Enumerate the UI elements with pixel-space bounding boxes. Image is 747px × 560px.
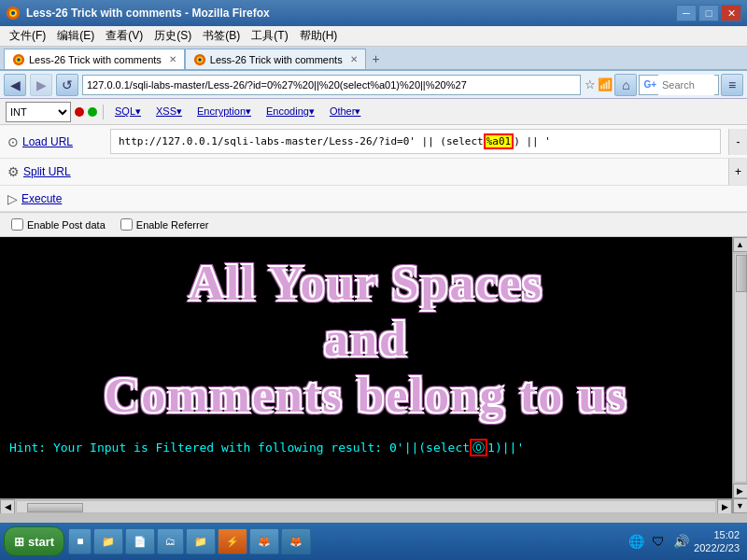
type-select[interactable]: INT GET POST (6, 102, 71, 122)
back-button[interactable]: ◀ (4, 74, 26, 96)
address-input[interactable] (82, 75, 581, 95)
post-data-checkbox[interactable] (11, 218, 23, 231)
search-input[interactable] (658, 75, 714, 95)
start-label: start (28, 535, 54, 549)
window-title: Less-26 Trick with comments - Mozilla Fi… (26, 7, 270, 20)
encryption-menu[interactable]: Encryption▾ (191, 102, 257, 122)
taskbar-app-firefox[interactable]: 🦊 (249, 528, 279, 554)
menu-edit[interactable]: 编辑(E) (51, 26, 100, 46)
referrer-checkbox[interactable] (120, 218, 133, 231)
rss-icon: 📶 (598, 77, 613, 91)
google-g: G+ (643, 79, 656, 90)
tab-favicon-1 (193, 53, 206, 66)
execute-icon: ▷ (7, 191, 18, 206)
scroll-down-button[interactable]: ▼ (733, 498, 748, 513)
post-data-text: Enable Post data (27, 219, 106, 231)
load-url-label[interactable]: Load URL (22, 135, 73, 148)
execute-label[interactable]: Execute (21, 192, 62, 205)
green-dot (88, 107, 97, 117)
url-input-container: http://127.0.0.1/sqli-labs-master/Less-2… (103, 125, 728, 158)
svg-point-5 (17, 58, 21, 62)
execute-input-col (103, 197, 747, 201)
vertical-scrollbar: ▲ ▶ ▼ (732, 237, 747, 513)
taskbar-app-folder2[interactable]: 📁 (186, 528, 216, 554)
menu-file[interactable]: 文件(F) (4, 26, 51, 46)
taskbar-app-cmd[interactable]: ■ (68, 528, 92, 554)
options-row: Enable Post data Enable Referrer (0, 213, 747, 237)
load-url-icon: ⊙ (7, 134, 19, 149)
menu-bar: 文件(F) 编辑(E) 查看(V) 历史(S) 书签(B) 工具(T) 帮助(H… (0, 26, 747, 47)
menu-view[interactable]: 查看(V) (100, 26, 148, 46)
url-highlighted-part: %a01 (484, 133, 514, 149)
split-url-icon: ⚙ (7, 164, 20, 179)
url-display: http://127.0.0.1/sqli-labs-master/Less-2… (110, 129, 721, 154)
title-bar: Less-26 Trick with comments - Mozilla Fi… (0, 0, 747, 26)
tray-time-text: 15:02 (694, 528, 740, 541)
forward-button[interactable]: ▶ (30, 74, 52, 96)
scroll-up-button[interactable]: ▲ (733, 237, 748, 252)
tab-0[interactable]: Less-26 Trick with comments ✕ (4, 49, 185, 69)
hint-suffix: 1)||' (487, 441, 524, 455)
address-bar: ◀ ▶ ↺ ☆ 📶 ⌂ G+ ≡ (0, 71, 747, 99)
sqlmap-toolbar: INT GET POST SQL▾ XSS▾ Encryption▾ Encod… (0, 99, 747, 125)
tray-network-icon: 🌐 (627, 532, 645, 551)
taskbar-app-files[interactable]: 🗂 (157, 528, 184, 554)
scroll-h-track[interactable] (16, 500, 716, 513)
scroll-h-thumb[interactable] (27, 503, 83, 512)
url-minus-button[interactable]: - (728, 129, 747, 155)
load-url-row: ⊙ Load URL http://127.0.0.1/sqli-labs-ma… (0, 125, 747, 159)
taskbar-tray: 🌐 🛡 🔊 15:02 2022/2/23 (623, 528, 743, 555)
tab-label-0: Less-26 Trick with comments (29, 54, 162, 65)
start-icon: ⊞ (14, 535, 24, 549)
taskbar-app-settings[interactable]: ⚡ (218, 528, 247, 554)
taskbar-app-doc[interactable]: 📄 (125, 528, 155, 554)
home-button[interactable]: ⌂ (614, 74, 637, 96)
taskbar-app-folder[interactable]: 📁 (93, 528, 123, 554)
referrer-label[interactable]: Enable Referrer (120, 218, 209, 231)
taskbar-apps: ■ 📁 📄 🗂 📁 ⚡ 🦊 🦊 (68, 528, 619, 554)
menu-tools[interactable]: 工具(T) (246, 26, 293, 46)
big-text-line3: Comments belong to us (9, 368, 723, 424)
maximize-button[interactable]: □ (698, 5, 719, 21)
taskbar-app-firefox2[interactable]: 🦊 (281, 528, 311, 554)
split-url-label[interactable]: Split URL (23, 165, 71, 178)
xss-menu[interactable]: XSS▾ (150, 102, 188, 122)
sql-menu[interactable]: SQL▾ (109, 102, 147, 122)
scroll-v-thumb[interactable] (736, 255, 747, 292)
tab-close-1[interactable]: ✕ (350, 54, 358, 64)
tab-1[interactable]: Less-26 Trick with comments ✕ (185, 49, 366, 69)
url-prefix: http://127.0.0.1/sqli-labs-master/Less-2… (119, 135, 484, 147)
scroll-thumb-btn[interactable]: ▶ (733, 483, 748, 498)
encoding-menu[interactable]: Encoding▾ (261, 102, 320, 122)
scroll-left-button[interactable]: ◀ (0, 499, 15, 514)
execute-row: ▷ Execute (0, 186, 747, 212)
tray-shield-icon: 🛡 (649, 532, 668, 551)
tab-bar: Less-26 Trick with comments ✕ Less-26 Tr… (0, 47, 747, 71)
close-button[interactable]: ✕ (721, 5, 741, 21)
bookmark-star-icon[interactable]: ☆ (585, 77, 596, 91)
refresh-button[interactable]: ↺ (56, 74, 78, 96)
big-text-line1: All Your Spaces (9, 256, 723, 312)
scroll-v-track[interactable] (734, 253, 747, 483)
firefox-icon (6, 6, 21, 21)
content-wrapper: All Your Spaces and Comments belong to u… (0, 237, 747, 513)
new-tab-button[interactable]: + (366, 49, 387, 69)
minimize-button[interactable]: ─ (676, 5, 697, 21)
menu-history[interactable]: 历史(S) (148, 26, 197, 46)
hint-text: Hint: Your Input is Filtered with follow… (0, 432, 732, 464)
post-data-label[interactable]: Enable Post data (11, 218, 106, 231)
separator-1 (103, 105, 104, 119)
tray-date-text: 2022/2/23 (694, 541, 740, 554)
start-button[interactable]: ⊞ start (4, 526, 64, 556)
menu-button[interactable]: ≡ (721, 74, 743, 96)
red-dot (75, 107, 84, 117)
hint-prefix: Hint: Your Input is Filtered with follow… (9, 441, 470, 455)
main-content: All Your Spaces and Comments belong to u… (0, 237, 732, 498)
tab-close-0[interactable]: ✕ (169, 54, 176, 64)
scroll-right-button[interactable]: ▶ (717, 499, 732, 514)
menu-help[interactable]: 帮助(H) (294, 26, 344, 46)
url-plus-button[interactable]: + (728, 159, 747, 185)
other-menu[interactable]: Other▾ (324, 102, 367, 122)
svg-point-8 (198, 58, 202, 62)
menu-bookmarks[interactable]: 书签(B) (197, 26, 246, 46)
